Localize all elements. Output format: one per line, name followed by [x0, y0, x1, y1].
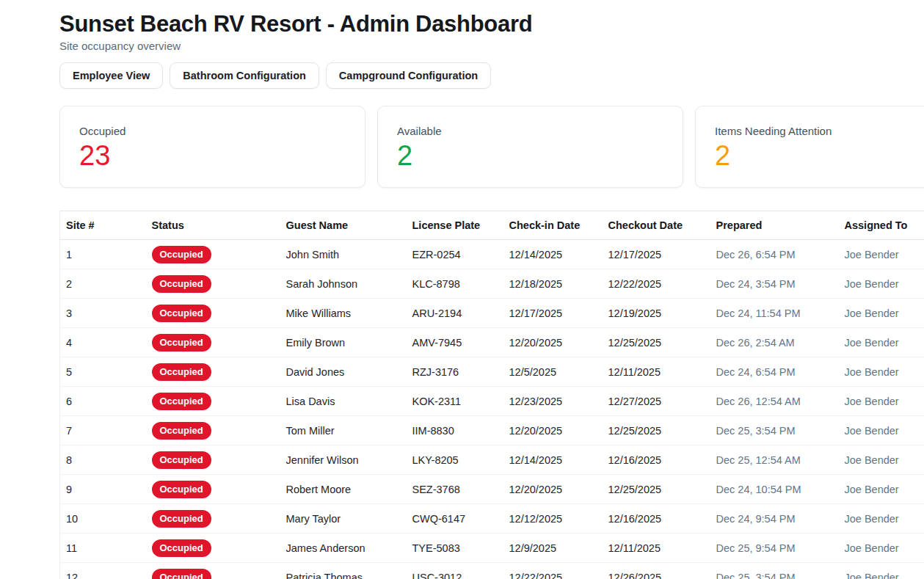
status-badge: Occupied [152, 334, 211, 352]
cell-guest-name: Tom Miller [280, 416, 407, 445]
employee-view-button[interactable]: Employee View [59, 62, 163, 89]
cell-license-plate: RZJ-3176 [407, 357, 503, 387]
cell-status: Occupied [146, 504, 280, 534]
cell-status: Occupied [146, 357, 280, 387]
stat-card-items-needing-attention: Items Needing Attention 2 [695, 106, 924, 188]
cell-actions-cutoff [915, 387, 924, 416]
cell-checkin-date: 12/14/2025 [503, 240, 603, 269]
cell-checkout-date: 12/25/2025 [603, 328, 710, 357]
cell-actions-cutoff [915, 240, 924, 269]
cell-prepared: Dec 24, 10:54 PM [710, 475, 839, 504]
cell-site-number: 10 [60, 504, 146, 534]
nav-button-row: Employee View Bathroom Configuration Cam… [59, 62, 924, 89]
cell-checkin-date: 12/20/2025 [503, 328, 603, 357]
cell-assigned-to: Joe Bender [839, 504, 915, 534]
cell-assigned-to: Joe Bender [839, 269, 915, 299]
cell-guest-name: Jennifer Wilson [280, 445, 407, 475]
cell-guest-name: James Anderson [280, 534, 407, 563]
admin-dashboard-page: Sunset Beach RV Resort - Admin Dashboard… [0, 0, 924, 579]
column-header-license-plate: License Plate [407, 211, 503, 240]
column-header-cutoff [915, 211, 924, 240]
status-badge: Occupied [152, 451, 211, 469]
cell-actions-cutoff [915, 534, 924, 563]
cell-checkin-date: 12/17/2025 [503, 299, 603, 328]
cell-license-plate: AMV-7945 [407, 328, 503, 357]
status-badge: Occupied [152, 539, 211, 557]
cell-status: Occupied [146, 269, 280, 299]
cell-actions-cutoff [915, 269, 924, 299]
table-row: 6 Occupied Lisa Davis KOK-2311 12/23/202… [60, 387, 924, 416]
cell-site-number: 4 [60, 328, 146, 357]
table-header-row: Site # Status Guest Name License Plate C… [60, 211, 924, 240]
campground-configuration-button[interactable]: Campground Configuration [326, 62, 491, 89]
cell-actions-cutoff [915, 299, 924, 328]
table-row: 4 Occupied Emily Brown AMV-7945 12/20/20… [60, 328, 924, 357]
status-badge: Occupied [152, 305, 211, 322]
cell-checkin-date: 12/9/2025 [503, 534, 603, 563]
cell-assigned-to: Joe Bender [839, 357, 915, 387]
status-badge: Occupied [152, 246, 211, 263]
table-row: 11 Occupied James Anderson TYE-5083 12/9… [60, 534, 924, 563]
cell-status: Occupied [146, 563, 280, 579]
cell-guest-name: Lisa Davis [280, 387, 407, 416]
table-row: 8 Occupied Jennifer Wilson LKY-8205 12/1… [60, 445, 924, 475]
cell-prepared: Dec 24, 3:54 PM [710, 269, 839, 299]
cell-checkout-date: 12/22/2025 [603, 269, 710, 299]
cell-status: Occupied [146, 240, 280, 269]
cell-site-number: 7 [60, 416, 146, 445]
cell-license-plate: KLC-8798 [407, 269, 503, 299]
cell-actions-cutoff [915, 357, 924, 387]
cell-prepared: Dec 24, 6:54 PM [710, 357, 839, 387]
cell-site-number: 11 [60, 534, 146, 563]
stat-value: 23 [79, 142, 365, 170]
stat-label: Available [397, 125, 683, 137]
cell-status: Occupied [146, 445, 280, 475]
cell-checkin-date: 12/5/2025 [503, 357, 603, 387]
cell-assigned-to: Joe Bender [839, 240, 915, 269]
cell-prepared: Dec 25, 12:54 AM [710, 445, 839, 475]
cell-license-plate: TYE-5083 [407, 534, 503, 563]
cell-assigned-to: Joe Bender [839, 328, 915, 357]
column-header-site-number: Site # [60, 211, 146, 240]
cell-checkout-date: 12/19/2025 [603, 299, 710, 328]
cell-assigned-to: Joe Bender [839, 387, 915, 416]
cell-checkout-date: 12/27/2025 [603, 387, 710, 416]
cell-actions-cutoff [915, 563, 924, 579]
cell-checkout-date: 12/11/2025 [603, 534, 710, 563]
cell-site-number: 1 [60, 240, 146, 269]
cell-assigned-to: Joe Bender [839, 299, 915, 328]
cell-prepared: Dec 25, 9:54 PM [710, 534, 839, 563]
cell-prepared: Dec 26, 2:54 AM [710, 328, 839, 357]
cell-status: Occupied [146, 475, 280, 504]
cell-checkin-date: 12/18/2025 [503, 269, 603, 299]
table-row: 12 Occupied Patricia Thomas USC-3012 12/… [60, 563, 924, 579]
cell-checkout-date: 12/16/2025 [603, 445, 710, 475]
cell-license-plate: USC-3012 [407, 563, 503, 579]
cell-checkout-date: 12/11/2025 [603, 357, 710, 387]
cell-prepared: Dec 26, 6:54 PM [710, 240, 839, 269]
cell-status: Occupied [146, 416, 280, 445]
cell-status: Occupied [146, 387, 280, 416]
cell-guest-name: David Jones [280, 357, 407, 387]
cell-guest-name: Patricia Thomas [280, 563, 407, 579]
bathroom-configuration-button[interactable]: Bathroom Configuration [170, 62, 319, 89]
cell-actions-cutoff [915, 416, 924, 445]
stat-card-available: Available 2 [377, 106, 683, 188]
cell-checkout-date: 12/25/2025 [603, 416, 710, 445]
cell-license-plate: EZR-0254 [407, 240, 503, 269]
cell-actions-cutoff [915, 445, 924, 475]
cell-checkin-date: 12/23/2025 [503, 387, 603, 416]
cell-license-plate: KOK-2311 [407, 387, 503, 416]
cell-license-plate: SEZ-3768 [407, 475, 503, 504]
cell-guest-name: Mary Taylor [280, 504, 407, 534]
cell-checkin-date: 12/12/2025 [503, 504, 603, 534]
cell-checkout-date: 12/17/2025 [603, 240, 710, 269]
column-header-checkout-date: Checkout Date [603, 211, 710, 240]
cell-status: Occupied [146, 328, 280, 357]
table-row: 10 Occupied Mary Taylor CWQ-6147 12/12/2… [60, 504, 924, 534]
stats-row: Occupied 23 Available 2 Items Needing At… [59, 106, 924, 188]
cell-checkout-date: 12/25/2025 [603, 475, 710, 504]
cell-guest-name: Robert Moore [280, 475, 407, 504]
cell-assigned-to: Joe Bender [839, 534, 915, 563]
cell-license-plate: ARU-2194 [407, 299, 503, 328]
